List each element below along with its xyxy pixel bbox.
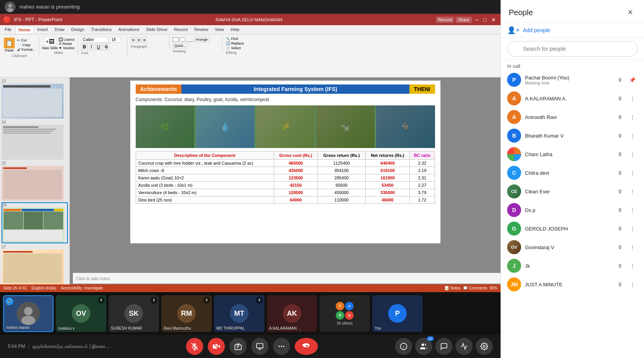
win-min[interactable]: ─: [473, 17, 480, 23]
more-options-btn[interactable]: [273, 338, 290, 355]
more-gerold-btn[interactable]: ⋮: [627, 223, 638, 234]
more-clean-ever-btn[interactable]: ⋮: [627, 186, 638, 197]
slide-thumb-26[interactable]: 26: [2, 202, 68, 243]
mute-chitra-btn[interactable]: 🎙: [615, 167, 625, 178]
notes-btn[interactable]: 📝 Notes: [445, 286, 461, 290]
align-center-btn[interactable]: ≡: [136, 37, 141, 43]
more-kalaraman-btn[interactable]: ⋮: [627, 93, 638, 104]
captions-btn[interactable]: [230, 338, 247, 355]
slide-notes-area[interactable]: Click to add notes: [73, 273, 501, 284]
format-painter-btn[interactable]: 🖌 Format...: [17, 48, 36, 52]
shape-line[interactable]: [186, 37, 193, 42]
mute-bharath-btn[interactable]: 🎙: [615, 130, 625, 141]
tab-slideshow[interactable]: Slide Show: [143, 26, 171, 33]
strikethrough-btn[interactable]: S: [103, 43, 109, 50]
video-tile-others[interactable]: T A R S 34 others: [319, 295, 370, 332]
paste-btn[interactable]: 📋 Paste: [3, 37, 16, 53]
slide-canvas[interactable]: Achievements Integrated Farming System (…: [70, 77, 501, 284]
ppt-record-btn[interactable]: Record: [436, 17, 454, 23]
people-search-input[interactable]: [507, 41, 638, 57]
tab-draw[interactable]: Draw: [52, 26, 68, 33]
shape-rect[interactable]: [173, 37, 179, 42]
tile-avatar-rani: RM: [177, 304, 196, 323]
more-govindaraj-btn[interactable]: ⋮: [627, 242, 638, 253]
font-family-input[interactable]: [81, 37, 108, 43]
activities-btn[interactable]: [456, 338, 473, 355]
font-size-input[interactable]: [110, 37, 121, 43]
quick-styles-btn[interactable]: Quick...: [173, 43, 188, 48]
mute-kalaraman-btn[interactable]: 🎙: [615, 93, 625, 104]
slide-thumb-24[interactable]: 24: [2, 120, 68, 160]
align-right-btn[interactable]: ≡: [142, 37, 147, 43]
find-btn[interactable]: 🔍 Find: [226, 37, 244, 41]
more-just-btn[interactable]: ⋮: [627, 279, 638, 290]
settings-btn[interactable]: [476, 338, 493, 355]
tab-insert[interactable]: Insert: [34, 26, 51, 33]
bold-btn[interactable]: B: [81, 43, 88, 50]
end-call-btn[interactable]: [295, 338, 318, 355]
more-dsp-btn[interactable]: ⋮: [627, 205, 638, 215]
more-aniroodh-btn[interactable]: ⋮: [627, 112, 638, 122]
win-close[interactable]: ✕: [490, 17, 497, 23]
add-people-section[interactable]: 👤+ Add people: [501, 23, 644, 38]
select-btn[interactable]: ⬜ Select: [226, 46, 244, 50]
mute-aniroodh-btn[interactable]: 🎙: [615, 112, 625, 122]
shape-oval[interactable]: [180, 37, 186, 42]
copy-btn[interactable]: 📄 Copy: [17, 43, 36, 47]
more-bharath-btn[interactable]: ⋮: [627, 130, 638, 141]
chat-btn[interactable]: [435, 338, 452, 355]
reset-btn[interactable]: ↺ Reset: [59, 42, 74, 46]
add-people-label[interactable]: Add people: [523, 27, 551, 33]
person-name-cham-latha: Cham Latha: [525, 151, 611, 157]
slide-thumb-25[interactable]: 25: [2, 161, 68, 201]
italic-btn[interactable]: I: [89, 43, 93, 50]
camera-btn[interactable]: [208, 338, 225, 355]
win-max[interactable]: □: [482, 17, 488, 23]
ppt-share-btn[interactable]: Share: [456, 17, 471, 23]
layout-btn[interactable]: 🔲 Layout: [59, 38, 74, 41]
mute-just-btn[interactable]: 🎙: [615, 279, 625, 290]
mute-govindaraj-btn[interactable]: 🎙: [615, 242, 625, 253]
mute-jk-btn[interactable]: 🎙: [615, 260, 625, 271]
tab-view[interactable]: View: [212, 26, 227, 33]
slide-thumb-23[interactable]: 23: [2, 79, 68, 119]
person-name-clean-ever: Clean Ever: [525, 189, 611, 194]
presenter-text: mahes waran is presenting: [19, 4, 79, 10]
tab-record[interactable]: Record: [171, 26, 191, 33]
new-slide-btn[interactable]: +🖼 New Slide: [42, 37, 58, 50]
tab-help[interactable]: Help: [228, 26, 243, 33]
tab-review[interactable]: Review: [191, 26, 211, 33]
more-jk-btn[interactable]: ⋮: [627, 260, 638, 271]
people-panel-header: People ✕: [501, 0, 644, 23]
arrange-btn[interactable]: Arrange: [193, 37, 209, 42]
tab-animations[interactable]: Animations: [115, 26, 142, 33]
tab-home[interactable]: Home: [15, 26, 34, 33]
info-btn[interactable]: [395, 338, 412, 355]
mute-cham-btn[interactable]: 🎙: [615, 149, 625, 160]
tab-transitions[interactable]: Transitions: [88, 26, 115, 33]
language-status: English (India): [31, 286, 56, 290]
person-name-bharath: Bharath Kumar V: [525, 133, 611, 139]
section-btn[interactable]: ▼ Section: [59, 46, 74, 50]
replace-btn[interactable]: 🔄 Replace: [226, 41, 244, 45]
mute-pachai-btn[interactable]: 🎙: [615, 74, 625, 85]
present-btn[interactable]: [251, 338, 268, 355]
mute-clean-ever-btn[interactable]: 🎙: [615, 186, 625, 197]
people-close-btn[interactable]: ✕: [624, 6, 636, 19]
more-cham-btn[interactable]: ⋮: [627, 149, 638, 160]
video-tile-mahes-waran: mahes waran 🔊: [3, 295, 54, 332]
mute-dsp-btn[interactable]: 🎙: [615, 205, 625, 215]
participants-btn[interactable]: 42: [415, 338, 432, 355]
cut-btn[interactable]: ✂ Cut: [17, 38, 36, 42]
align-left-btn[interactable]: ≡: [131, 37, 135, 43]
tab-file[interactable]: File: [2, 26, 15, 33]
mute-gerold-btn[interactable]: 🎙: [615, 223, 625, 234]
mute-btn[interactable]: [186, 338, 203, 355]
pin-pachai-btn[interactable]: 📌: [627, 74, 638, 85]
more-chitra-btn[interactable]: ⋮: [627, 167, 638, 178]
avatar-jk: J: [507, 259, 521, 273]
underline-btn[interactable]: U: [95, 43, 102, 50]
slide-thumb-27[interactable]: 27: [2, 245, 68, 284]
comments-btn[interactable]: 💬 Comments: [463, 286, 487, 290]
tab-design[interactable]: Design: [68, 26, 87, 33]
